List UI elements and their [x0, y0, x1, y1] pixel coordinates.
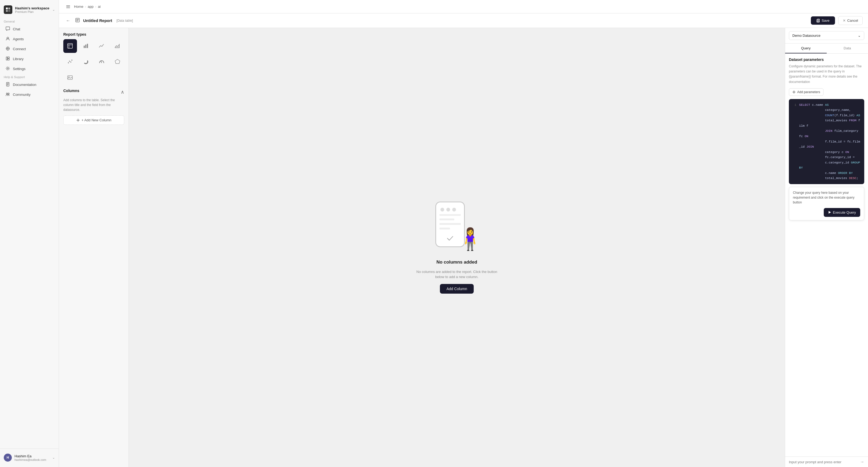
- main-area: Home › app › ai ← Untitled Report [Data …: [59, 0, 868, 467]
- sidebar-item-label-chat: Chat: [13, 27, 20, 31]
- columns-toggle-icon[interactable]: ∧: [121, 89, 124, 95]
- cancel-label: Cancel: [847, 19, 858, 23]
- empty-state-illustration: 🧍‍♀️: [430, 202, 484, 255]
- dataset-params-desc: Configure dynamic parameters for the dat…: [789, 64, 864, 85]
- report-type-scatter[interactable]: [63, 55, 77, 69]
- report-types-label: Report types: [63, 32, 124, 36]
- workspace-icon: [4, 5, 12, 14]
- dataset-params-title: Dataset parameters: [789, 57, 864, 62]
- svg-point-9: [7, 68, 8, 69]
- empty-state-desc: No columns are added to the report. Clic…: [414, 269, 500, 280]
- tab-data[interactable]: Data: [827, 43, 868, 53]
- svg-rect-21: [87, 44, 88, 48]
- sidebar-toggle-button[interactable]: [64, 3, 72, 10]
- svg-marker-28: [115, 59, 120, 64]
- user-info: Hashim Ea hashimea@outlook.com: [14, 454, 50, 461]
- report-type-area[interactable]: [111, 39, 124, 53]
- user-email: hashimea@outlook.com: [14, 458, 50, 461]
- report-type-pentagon[interactable]: [111, 55, 124, 69]
- breadcrumb: Home › app › ai: [74, 5, 101, 8]
- report-icon: [75, 18, 80, 24]
- sidebar-item-label-library: Library: [13, 57, 24, 61]
- add-new-column-button[interactable]: + Add New Column: [63, 115, 124, 125]
- columns-section: Columns ∧ Add columns to the table. Sele…: [63, 89, 124, 125]
- sidebar-item-label-documentation: Documentation: [13, 83, 36, 87]
- workspace-plan: Premium Plan: [15, 10, 50, 13]
- code-editor[interactable]: 1 SELECT c.name AS category_name, COUNT(…: [789, 99, 864, 184]
- back-button[interactable]: ←: [64, 17, 72, 24]
- sidebar-item-agents[interactable]: Agents: [2, 34, 57, 44]
- workspace-info: Hashim's workspace Premium Plan: [15, 6, 50, 13]
- sidebar-item-settings[interactable]: Settings: [2, 64, 57, 74]
- add-column-cta-button[interactable]: Add Column: [440, 284, 473, 294]
- workspace-selector[interactable]: Hashim's workspace Premium Plan ⌄: [0, 3, 59, 18]
- svg-rect-15: [66, 7, 70, 8]
- breadcrumb-ai[interactable]: ai: [98, 5, 101, 8]
- empty-state-title: No columns added: [436, 260, 477, 265]
- code-line-1: 1 SELECT c.name AS category_name, COUNT(…: [792, 102, 861, 181]
- add-column-label: + Add New Column: [82, 118, 112, 122]
- svg-rect-7: [7, 57, 9, 58]
- svg-rect-3: [8, 10, 10, 12]
- svg-point-25: [71, 60, 72, 61]
- tab-query[interactable]: Query: [785, 43, 827, 53]
- svg-point-24: [70, 61, 71, 62]
- content-area: Report types: [59, 28, 868, 467]
- user-name: Hashim Ea: [14, 454, 50, 458]
- svg-rect-2: [6, 10, 8, 12]
- svg-point-12: [8, 93, 9, 94]
- report-type-bar[interactable]: [79, 39, 93, 53]
- report-type-line[interactable]: [95, 39, 108, 53]
- execute-query-button[interactable]: Execute Query: [824, 208, 860, 217]
- prompt-input-area: →: [785, 457, 868, 467]
- user-profile[interactable]: H Hashim Ea hashimea@outlook.com ⌄: [0, 451, 59, 464]
- execute-label: Execute Query: [833, 210, 856, 214]
- left-panel: Report types: [59, 28, 129, 467]
- datasource-selector: Demo Datasource ⌄: [785, 28, 868, 43]
- sidebar-item-label-agents: Agents: [13, 37, 24, 41]
- report-header: ← Untitled Report [Data table] Save ✕ Ca…: [59, 13, 868, 28]
- report-title: Untitled Report: [83, 18, 112, 23]
- svg-rect-19: [84, 46, 85, 48]
- add-parameters-button[interactable]: Add parameters: [789, 88, 824, 96]
- center-area: 🧍‍♀️ No columns added No columns are add…: [129, 28, 785, 467]
- svg-rect-14: [66, 6, 70, 7]
- svg-rect-20: [85, 45, 86, 48]
- sidebar-item-community[interactable]: Community: [2, 90, 57, 99]
- help-section-label: Help & Support: [0, 74, 59, 80]
- workspace-name: Hashim's workspace: [15, 6, 50, 10]
- report-type-gauge[interactable]: [95, 55, 108, 69]
- prompt-send-icon[interactable]: →: [860, 460, 864, 464]
- svg-point-22: [68, 62, 69, 63]
- save-label: Save: [822, 19, 830, 23]
- report-type-image[interactable]: [63, 71, 77, 85]
- columns-desc: Add columns to the table. Select the col…: [63, 98, 124, 112]
- breadcrumb-app[interactable]: app: [88, 5, 94, 8]
- breadcrumb-sep-1: ›: [85, 5, 86, 8]
- svg-point-11: [6, 93, 8, 94]
- sidebar: Hashim's workspace Premium Plan ⌄ Genera…: [0, 0, 59, 467]
- add-column-cta-label: Add Column: [446, 287, 467, 291]
- right-panel: Demo Datasource ⌄ Query Data Dataset par…: [785, 28, 868, 467]
- sidebar-item-label-connect: Connect: [13, 47, 26, 51]
- breadcrumb-home[interactable]: Home: [74, 5, 84, 8]
- datasource-select[interactable]: Demo Datasource ⌄: [789, 31, 864, 40]
- report-type-donut[interactable]: [79, 55, 93, 69]
- community-icon: [5, 92, 10, 97]
- save-button[interactable]: Save: [811, 17, 835, 25]
- sidebar-item-library[interactable]: Library: [2, 54, 57, 64]
- sidebar-item-documentation[interactable]: Documentation: [2, 80, 57, 89]
- sidebar-item-chat[interactable]: Chat: [2, 24, 57, 34]
- report-type-table[interactable]: [63, 39, 77, 53]
- svg-marker-31: [829, 211, 831, 214]
- svg-rect-6: [6, 57, 7, 60]
- library-icon: [5, 56, 10, 61]
- columns-header: Columns ∧: [63, 89, 124, 95]
- sidebar-item-connect[interactable]: Connect: [2, 44, 57, 54]
- prompt-input[interactable]: [789, 460, 858, 464]
- empty-state: 🧍‍♀️ No columns added No columns are add…: [414, 202, 500, 294]
- tooltip-text: Change your query here based on your req…: [793, 190, 860, 205]
- cancel-button[interactable]: ✕ Cancel: [838, 16, 863, 25]
- report-types-grid: [63, 39, 124, 84]
- svg-rect-8: [7, 59, 9, 60]
